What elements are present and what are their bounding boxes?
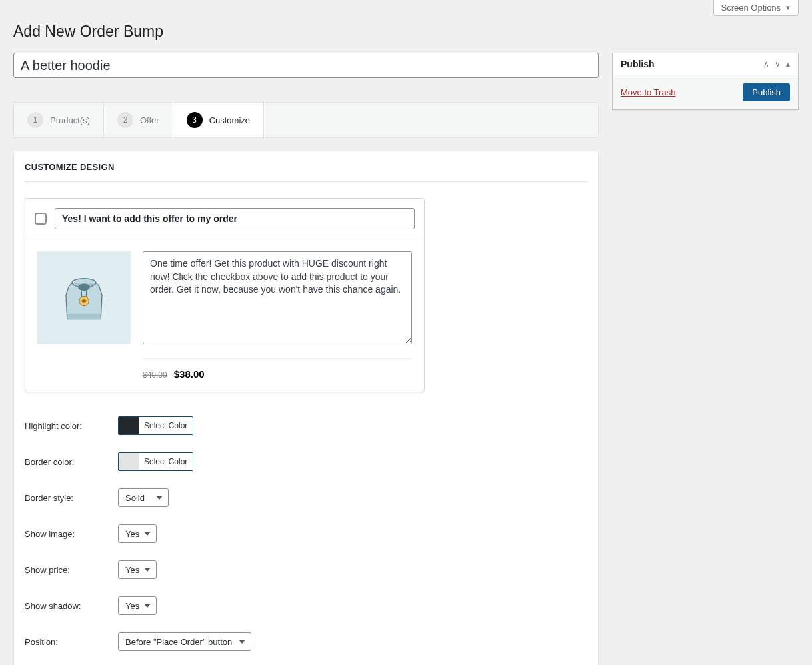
move-to-trash-link[interactable]: Move to Trash (621, 87, 675, 97)
move-up-icon[interactable]: ∧ (763, 59, 769, 69)
product-image (37, 251, 131, 344)
toggle-panel-icon[interactable]: ▴ (786, 59, 790, 69)
step-customize[interactable]: 3 Customize (173, 103, 264, 137)
panel-title: CUSTOMIZE DESIGN (25, 162, 587, 182)
show-image-label: Show image: (25, 529, 118, 539)
headline-input[interactable] (55, 208, 415, 229)
step-label: Customize (209, 115, 250, 125)
border-style-select[interactable]: Solid (118, 488, 169, 507)
highlight-color-label: Highlight color: (25, 421, 118, 431)
page-title: Add New Order Bump (13, 23, 799, 41)
description-textarea[interactable] (143, 251, 412, 344)
title-input[interactable] (13, 53, 599, 78)
chevron-down-icon: ▼ (785, 4, 791, 11)
screen-options-toggle[interactable]: Screen Options ▼ (713, 0, 799, 16)
border-color-label: Border color: (25, 457, 118, 467)
border-color-picker[interactable]: Select Color (118, 452, 193, 471)
show-shadow-select[interactable]: Yes (118, 596, 157, 615)
svg-point-0 (78, 283, 90, 291)
screen-options-label: Screen Options (721, 3, 781, 13)
customize-panel: CUSTOMIZE DESIGN (13, 151, 599, 665)
step-offer[interactable]: 2 Offer (104, 103, 173, 137)
step-label: Offer (140, 115, 159, 125)
move-down-icon[interactable]: ∨ (775, 59, 781, 69)
accept-offer-checkbox[interactable] (35, 213, 47, 225)
old-price: $40.00 (143, 370, 167, 380)
publish-button[interactable]: Publish (743, 83, 790, 101)
color-swatch (119, 417, 139, 434)
position-select[interactable]: Before "Place Order" button (118, 632, 251, 651)
select-color-text: Select Color (139, 457, 193, 466)
steps-nav: 1 Product(s) 2 Offer 3 Customize (13, 102, 599, 138)
show-shadow-label: Show shadow: (25, 601, 118, 611)
publish-title: Publish (621, 59, 655, 69)
select-color-text: Select Color (139, 421, 193, 430)
step-num: 1 (27, 112, 43, 128)
border-style-label: Border style: (25, 493, 118, 503)
hoodie-icon (54, 268, 114, 328)
color-swatch (119, 453, 139, 470)
new-price: $38.00 (174, 368, 205, 380)
step-num: 2 (117, 112, 133, 128)
order-bump-preview: $40.00 $38.00 (25, 198, 425, 392)
highlight-color-picker[interactable]: Select Color (118, 416, 193, 435)
step-num: 3 (187, 112, 203, 128)
step-products[interactable]: 1 Product(s) (14, 103, 104, 137)
position-label: Position: (25, 637, 118, 647)
show-price-label: Show price: (25, 565, 118, 575)
show-image-select[interactable]: Yes (118, 524, 157, 543)
step-label: Product(s) (50, 115, 90, 125)
show-price-select[interactable]: Yes (118, 560, 157, 579)
publish-box: Publish ∧ ∨ ▴ Move to Trash Publish (612, 53, 799, 110)
